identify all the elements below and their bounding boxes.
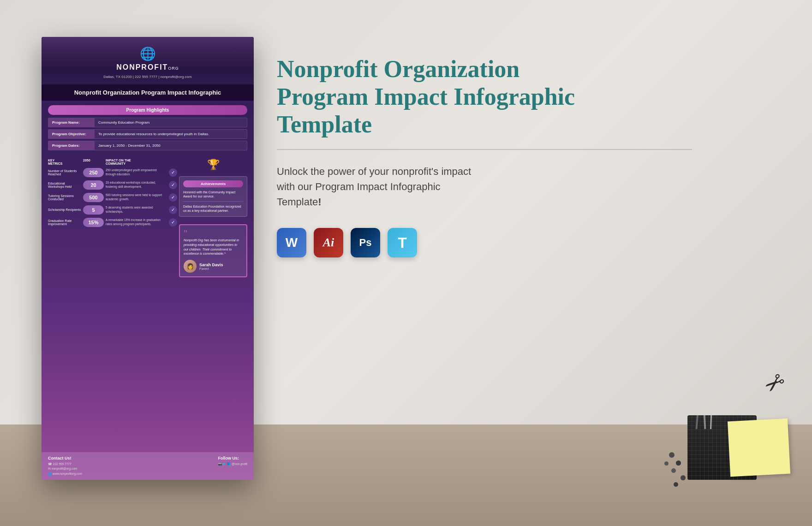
metric-desc-scholarships: 5 deserving students were awarded schola…	[106, 206, 165, 214]
infographic-footer: Contact Us! ☎ 222 555 7777 ✉ nonprofit@o…	[42, 452, 254, 480]
infographic-panel: 🌐 NONPROFITORG Dallas, TX 01203 | 222 55…	[42, 37, 254, 480]
footer-contact: Contact Us! ☎ 222 555 7777 ✉ nonprofit@o…	[48, 456, 82, 476]
metric-row-tutoring: Tutoring Sessions Conducted 500 500 tuto…	[48, 193, 175, 202]
tack-6	[664, 461, 669, 466]
infographic-header: 🌐 NONPROFITORG Dallas, TX 01203 | 222 55…	[42, 37, 254, 84]
app-icons-row: W Ai Ps T	[277, 228, 692, 257]
author-info: Sarah Davis Parent	[199, 263, 223, 270]
right-column: 🏆 Achievements Honored with the Communit…	[179, 159, 247, 450]
illustrator-icon[interactable]: Ai	[314, 228, 343, 257]
achievement-item-2: Dallas Education Foundation recognized u…	[183, 204, 243, 213]
desk-organizer-area: ✂	[687, 369, 789, 480]
footer-follow-items: 📷 🐦 📘 @non-profit	[218, 462, 247, 466]
word-icon[interactable]: W	[277, 228, 306, 257]
highlight-row-name: Program Name: Community Education Progra…	[48, 118, 247, 127]
testimonial-author: 👩 Sarah Davis Parent	[184, 260, 243, 273]
description: Unlock the power of your nonprofit's imp…	[277, 164, 600, 209]
metric-row-workshops: Educational Workshops Held 20 20 educati…	[48, 180, 175, 190]
metric-check-graduation: ✓	[169, 218, 177, 227]
footer-follow-title: Follow Us:	[218, 456, 247, 460]
author-role: Parent	[199, 267, 223, 270]
col-header-year: 2050	[83, 159, 104, 165]
testimonial-box: " Nonprofit Org has been instrumental in…	[179, 224, 247, 277]
testimonial-text: Nonprofit Org has been instrumental in p…	[184, 238, 243, 256]
metric-desc-graduation: A remarkable 15% increase in graduation …	[106, 218, 165, 226]
achievements-box: Achievements Honored with the Community …	[179, 176, 247, 217]
main-title: Nonprofit Organization Program Impact In…	[277, 55, 692, 138]
photoshop-icon-label: Ps	[359, 237, 372, 249]
metric-value-graduation: 15%	[83, 218, 104, 227]
metric-row-graduation: Graduation Rate Improvement 15% A remark…	[48, 218, 175, 227]
metric-check-students: ✓	[169, 168, 177, 177]
highlight-label-dates: Program Dates:	[48, 141, 95, 150]
metric-name-students: Number of Students Reached	[48, 169, 81, 176]
author-name: Sarah Davis	[199, 263, 223, 267]
metric-value-scholarships: 5	[83, 205, 104, 215]
photoshop-icon[interactable]: Ps	[351, 228, 380, 257]
highlights-header: Program Highlights	[48, 105, 247, 115]
word-icon-label: W	[286, 235, 298, 250]
metrics-achievements-section: KEYMETRICS 2050 IMPACT ON THECOMMUNITY N…	[48, 159, 247, 450]
footer-contact-items: ☎ 222 555 7777 ✉ nonprofit@org.com 🌐 www…	[48, 462, 82, 476]
tack-1	[669, 452, 675, 458]
footer-follow: Follow Us: 📷 🐦 📘 @non-profit	[218, 456, 247, 476]
col-header-metric: KEYMETRICS	[48, 159, 81, 165]
metric-name-graduation: Graduation Rate Improvement	[48, 219, 81, 226]
col-header-impact: IMPACT ON THECOMMUNITY	[106, 159, 175, 165]
metric-name-scholarships: Scholarship Recipients	[48, 208, 81, 211]
metric-row-students: Number of Students Reached 250 250 under…	[48, 168, 175, 177]
achievements-header: Achievements	[183, 180, 243, 187]
highlight-row-objective: Program Objective: To provide educationa…	[48, 129, 247, 139]
highlight-label-objective: Program Objective:	[48, 130, 95, 138]
quote-mark: "	[184, 229, 243, 238]
highlight-row-dates: Program Dates: January 1, 2050 - Decembe…	[48, 141, 247, 150]
org-contact: Dallas, TX 01203 | 222 555 7777 | nonpro…	[51, 75, 245, 79]
trophy-container: 🏆	[179, 159, 247, 173]
tack-5	[674, 482, 678, 487]
sticky-note	[728, 418, 790, 477]
highlight-value-dates: January 1, 2050 - December 31, 2050	[95, 141, 247, 150]
templafy-icon[interactable]: T	[388, 228, 417, 257]
tack-3	[671, 468, 676, 473]
metric-value-workshops: 20	[83, 180, 104, 190]
program-highlights: Program Highlights Program Name: Communi…	[48, 105, 247, 152]
metric-value-students: 250	[83, 168, 104, 177]
tack-2	[676, 460, 681, 466]
metric-check-scholarships: ✓	[169, 206, 177, 214]
metric-value-tutoring: 500	[83, 193, 104, 202]
highlight-value-name: Community Education Program	[95, 118, 247, 127]
templafy-icon-label: T	[398, 234, 407, 251]
trophy-icon: 🏆	[179, 159, 247, 171]
metric-desc-workshops: 20 educational workshops conducted, fost…	[106, 181, 165, 189]
infographic-title: Nonprofit Organization Program Impact In…	[42, 84, 254, 101]
metric-name-tutoring: Tutoring Sessions Conducted	[48, 194, 81, 201]
author-avatar: 👩	[184, 260, 197, 273]
highlight-value-objective: To provide educational resources to unde…	[95, 130, 247, 138]
achievement-item-1: Honored with the Community Impact Award …	[183, 190, 243, 202]
metric-check-workshops: ✓	[169, 181, 177, 189]
tack-4	[681, 475, 686, 480]
metric-check-tutoring: ✓	[169, 193, 177, 202]
right-panel: Nonprofit Organization Program Impact In…	[277, 55, 692, 257]
metric-desc-students: 250 underprivileged youth empowered thro…	[106, 168, 165, 176]
footer-contact-title: Contact Us!	[48, 456, 82, 460]
title-divider	[277, 149, 692, 150]
metric-desc-tutoring: 500 tutoring sessions were held to suppo…	[106, 193, 165, 201]
highlight-label-name: Program Name:	[48, 118, 95, 127]
metrics-header: KEYMETRICS 2050 IMPACT ON THECOMMUNITY	[48, 159, 175, 165]
metric-name-workshops: Educational Workshops Held	[48, 182, 81, 188]
illustrator-icon-label: Ai	[323, 236, 334, 250]
metrics-left: KEYMETRICS 2050 IMPACT ON THECOMMUNITY N…	[48, 159, 175, 450]
scissors-icon: ✂	[758, 366, 791, 400]
metric-row-scholarships: Scholarship Recipients 5 5 deserving stu…	[48, 205, 175, 215]
header-photo	[42, 37, 254, 69]
